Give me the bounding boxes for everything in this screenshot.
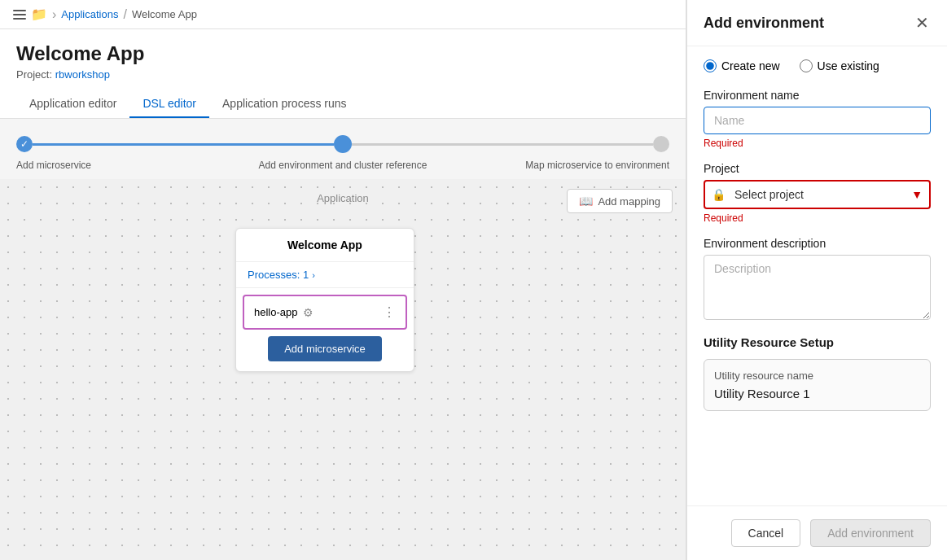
tab-app-editor[interactable]: Application editor — [16, 90, 129, 118]
env-desc-textarea[interactable] — [704, 255, 931, 320]
microservice-label: hello-app — [254, 306, 298, 318]
canvas-label: Application — [317, 192, 369, 204]
utility-section-title: Utility Resource Setup — [704, 335, 931, 349]
canvas-area: Application 📖 Add mapping Welcome App Pr… — [0, 179, 686, 560]
step-2-label: Add environment and cluster reference — [234, 160, 451, 171]
add-mapping-button[interactable]: 📖 Add mapping — [567, 189, 673, 213]
utility-resource-box: Utility resource name Utility Resource 1 — [704, 359, 931, 411]
hamburger-icon[interactable] — [13, 10, 26, 20]
more-options-icon[interactable]: ⋮ — [383, 304, 396, 320]
step-labels: Add microservice Add environment and clu… — [16, 160, 669, 171]
step-1-label: Add microservice — [16, 160, 234, 171]
book-icon: 📖 — [579, 195, 593, 208]
breadcrumb-separator: › — [52, 7, 56, 22]
app-card-header: Welcome App — [236, 229, 414, 262]
steps-bar: ✓ — [16, 135, 669, 153]
env-name-group: Environment name Required — [704, 89, 931, 149]
panel-header: Add environment ✕ — [687, 0, 947, 46]
radio-use-existing[interactable]: Use existing — [800, 59, 879, 72]
tab-dsl-editor[interactable]: DSL editor — [129, 90, 209, 118]
env-name-input[interactable] — [704, 107, 931, 134]
close-button[interactable]: ✕ — [914, 13, 931, 33]
project-link[interactable]: rbworkshop — [55, 68, 110, 81]
breadcrumb-slash: / — [123, 7, 126, 22]
gear-icon[interactable]: ⚙ — [303, 306, 313, 319]
project-select-wrapper: 🔒 Select project ▼ — [704, 180, 931, 209]
lock-icon: 🔒 — [712, 188, 726, 201]
app-card: Welcome App Processes: 1 › hello-app ⚙ ⋮… — [235, 228, 414, 372]
panel-body: Create new Use existing Environment name… — [687, 46, 947, 505]
panel-title: Add environment — [704, 15, 824, 32]
step-3-label: Map microservice to environment — [452, 160, 669, 171]
step-3-dot — [653, 136, 669, 152]
env-name-required: Required — [704, 138, 931, 149]
breadcrumb-current: Welcome App — [132, 8, 197, 20]
radio-create-new[interactable]: Create new — [704, 59, 780, 72]
breadcrumb-applications[interactable]: Applications — [61, 8, 118, 20]
page-title: Welcome App — [16, 42, 669, 65]
add-environment-button[interactable]: Add environment — [810, 519, 931, 547]
project-group: Project 🔒 Select project ▼ Required — [704, 162, 931, 224]
tab-process-runs[interactable]: Application process runs — [209, 90, 360, 118]
left-panel: 📁 › Applications / Welcome App Welcome A… — [0, 0, 686, 560]
processes-chevron: › — [312, 270, 315, 280]
radio-create-new-input[interactable] — [704, 59, 717, 72]
tabs: Application editor DSL editor Applicatio… — [16, 90, 669, 118]
panel-footer: Cancel Add environment — [687, 505, 947, 560]
page-header: Welcome App Project: rbworkshop Applicat… — [0, 29, 686, 119]
utility-resource-value: Utility Resource 1 — [714, 387, 920, 400]
right-panel: Add environment ✕ Create new Use existin… — [686, 0, 947, 560]
project-label: Project: rbworkshop — [16, 68, 669, 81]
top-bar: 📁 › Applications / Welcome App — [0, 0, 686, 29]
env-desc-group: Environment description — [704, 237, 931, 322]
project-label: Project — [704, 162, 931, 175]
steps-area: ✓ Add microservice Add environment and c… — [0, 119, 686, 179]
env-desc-label: Environment description — [704, 237, 931, 250]
app-card-processes[interactable]: Processes: 1 › — [236, 262, 414, 288]
radio-group: Create new Use existing — [704, 59, 931, 72]
folder-icon: 📁 — [31, 7, 47, 22]
radio-create-new-label: Create new — [721, 59, 780, 72]
step-line-1 — [33, 143, 334, 146]
microservice-name: hello-app ⚙ — [254, 306, 313, 319]
cancel-button[interactable]: Cancel — [731, 519, 801, 547]
env-name-label: Environment name — [704, 89, 931, 102]
project-select[interactable]: Select project — [704, 180, 931, 209]
radio-use-existing-label: Use existing — [818, 59, 879, 72]
step-line-2 — [352, 143, 653, 146]
step-2-dot — [334, 135, 352, 153]
radio-use-existing-input[interactable] — [800, 59, 813, 72]
add-microservice-button[interactable]: Add microservice — [268, 336, 382, 361]
microservice-item: hello-app ⚙ ⋮ — [243, 295, 407, 330]
project-required: Required — [704, 212, 931, 224]
step-1-dot: ✓ — [16, 136, 33, 152]
utility-resource-name-label: Utility resource name — [714, 370, 920, 382]
